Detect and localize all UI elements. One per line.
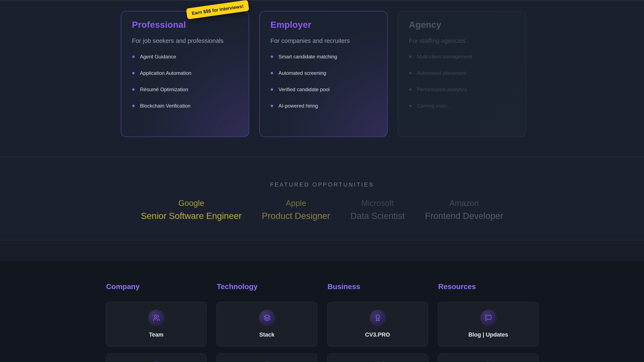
plan-feature-label: Automated screening [278,70,326,76]
plan-subtitle: For job seekers and professionals [132,37,238,44]
footer-column-technology: Technology Stack [216,282,317,362]
plan-feature: Résumé Optimization [132,87,238,92]
opportunity-company: Amazon [425,198,503,208]
plan-feature: Performance analytics [409,87,514,92]
hidden-icon [148,361,164,362]
plan-feature-label: Agent Guidance [140,54,176,60]
plan-feature-label: Multi-client management [417,54,472,60]
footer-card-label: CV3.PRO [365,331,390,338]
plan-feature: Blockchain Verification [132,103,238,109]
hidden-icon [480,361,496,362]
plan-title: Professional [132,20,238,30]
opportunity-company: Google [141,198,242,208]
plan-card-agency-disabled: Agency For staffing agencies Multi-clien… [398,11,526,137]
footer-column-resources: Resources Blog | Updates [438,282,539,362]
featured-opportunity-amazon[interactable]: Amazon Frontend Developer [425,198,503,221]
page: Professional For job seekers and profess… [0,0,644,362]
plan-feature-label: Smart candidate matching [278,54,337,60]
plan-feature: AI-powered hiring [270,103,376,109]
footer-card-partial[interactable] [216,353,317,362]
bullet-dot-icon [270,105,273,107]
footer-card-partial[interactable] [106,353,207,362]
footer-column-business: Business CV3.PRO [327,282,428,362]
footer-card-label: Stack [259,331,274,338]
users-icon [148,310,164,326]
plan-subtitle: For companies and recruiters [270,37,376,44]
footer-grid: Company Team Technology Stack [106,282,644,362]
plan-card-employer[interactable]: Employer For companies and recruiters Sm… [259,11,388,137]
plan-feature-label: Résumé Optimization [140,87,188,92]
plan-feature-label: AI-powered hiring [278,103,318,109]
bullet-dot-icon [132,88,134,91]
bullet-dot-icon [409,88,412,91]
featured-heading: FEATURED OPPORTUNITIES [0,181,644,188]
footer-column-heading: Company [106,282,207,291]
bullet-dot-icon [409,55,412,58]
footer-column-heading: Business [328,282,428,291]
plan-feature-label: Automated placement [417,70,466,76]
plan-feature: Multi-client management [409,54,514,60]
plan-feature: Coming soon... [409,103,514,109]
plan-feature: Agent Guidance [132,54,238,60]
plan-card-professional[interactable]: Professional For job seekers and profess… [120,11,249,137]
opportunity-role: Frontend Developer [425,211,503,221]
footer-card-blog-updates[interactable]: Blog | Updates [438,302,539,347]
hidden-icon [259,361,275,362]
plan-feature-label: Performance analytics [417,87,467,92]
section-spacer [0,240,644,261]
plan-feature: Smart candidate matching [270,54,376,60]
bullet-dot-icon [270,88,273,91]
award-icon [369,310,386,326]
site-footer: Company Team Technology Stack [0,261,644,362]
message-square-icon [480,310,496,326]
plan-title: Agency [409,20,514,30]
bullet-dot-icon [409,72,412,74]
plans-section: Professional For job seekers and profess… [0,0,644,157]
plan-feature: Automated placement [409,70,514,76]
footer-card-partial[interactable] [327,353,428,362]
bullet-dot-icon [270,72,273,74]
featured-opportunity-google[interactable]: Google Senior Software Engineer [141,198,242,221]
plan-feature-label: Blockchain Verification [140,103,190,109]
plan-feature-label: Application Automation [140,70,191,76]
footer-card-cv3pro[interactable]: CV3.PRO [327,302,428,347]
opportunity-role: Senior Software Engineer [141,211,242,221]
footer-column-heading: Resources [438,282,539,291]
featured-opportunity-microsoft[interactable]: Microsoft Data Scientist [350,198,405,221]
opportunity-company: Microsoft [350,198,405,208]
bullet-dot-icon [132,55,134,58]
footer-column-heading: Technology [217,282,317,291]
bullet-dot-icon [270,55,273,58]
opportunity-role: Product Designer [262,211,330,221]
plan-cards-row: Professional For job seekers and profess… [120,11,526,137]
plan-feature: Automated screening [270,70,376,76]
plan-subtitle: For staffing agencies [409,37,514,44]
plan-feature: Application Automation [132,70,238,76]
featured-opportunity-apple[interactable]: Apple Product Designer [262,198,330,221]
footer-card-label: Blog | Updates [468,331,508,338]
bullet-dot-icon [409,105,412,107]
footer-column-company: Company Team [106,282,207,362]
footer-card-team[interactable]: Team [106,302,207,347]
footer-card-partial[interactable] [438,353,539,362]
bullet-dot-icon [132,105,134,107]
plan-feature: Verified candidate pool [270,87,376,92]
plan-feature-label: Coming soon... [417,103,451,109]
opportunity-role: Data Scientist [350,211,405,221]
opportunity-company: Apple [262,198,330,208]
footer-card-label: Team [149,331,164,338]
plan-feature-label: Verified candidate pool [278,87,330,92]
bullet-dot-icon [132,72,134,74]
footer-card-stack[interactable]: Stack [216,302,317,347]
hidden-icon [369,361,386,362]
layers-icon [259,310,275,326]
featured-items-row: Google Senior Software Engineer Apple Pr… [0,198,644,221]
plan-feature-list: Multi-client management Automated placem… [409,54,514,109]
plan-title: Employer [270,20,376,30]
plan-feature-list: Smart candidate matching Automated scree… [270,54,376,109]
featured-opportunities-section: FEATURED OPPORTUNITIES Google Senior Sof… [0,157,644,240]
plan-feature-list: Agent Guidance Application Automation Ré… [132,54,238,109]
